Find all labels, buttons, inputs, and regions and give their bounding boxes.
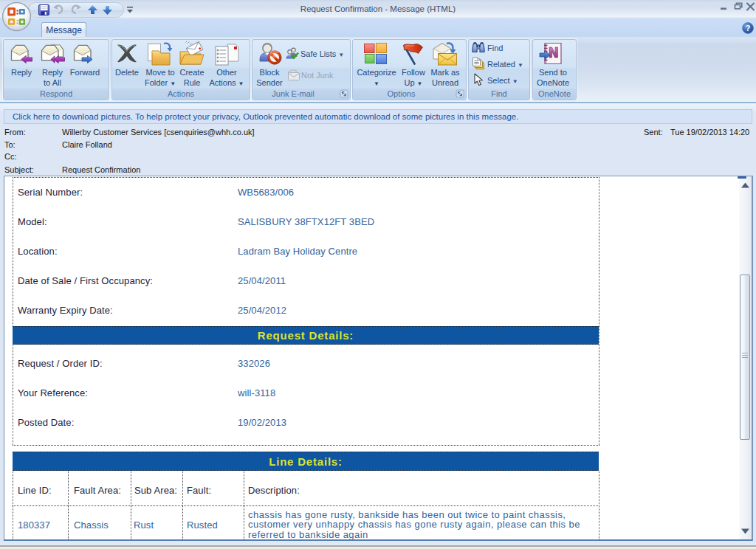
- svg-text:?: ?: [746, 24, 751, 32]
